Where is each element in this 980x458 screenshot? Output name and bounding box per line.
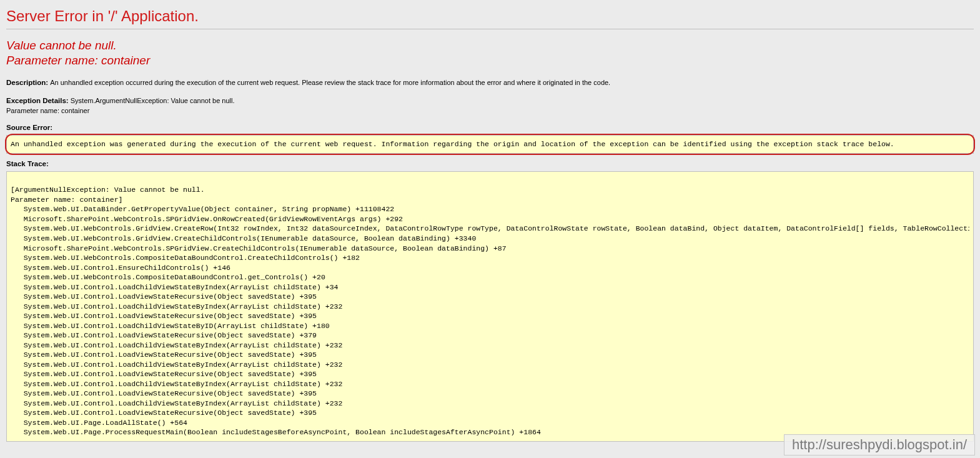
title-separator (6, 29, 974, 29)
source-error-wrap: An unhandled exception was generated dur… (6, 135, 974, 154)
exception-details-label: Exception Details: (6, 97, 69, 104)
description-block: Description: An unhandled exception occu… (6, 78, 974, 88)
description-label: Description: (6, 79, 48, 86)
exception-details-block: Exception Details: System.ArgumentNullEx… (6, 96, 974, 115)
source-error-label: Source Error: (6, 124, 974, 131)
source-error-box: An unhandled exception was generated dur… (6, 135, 974, 154)
stack-trace-box: [ArgumentNullException: Value cannot be … (6, 171, 974, 442)
source-error-text: An unhandled exception was generated dur… (11, 140, 894, 148)
stack-trace-label: Stack Trace: (6, 160, 974, 167)
error-page-title: Server Error in '/' Application. (6, 7, 974, 25)
description-text: An unhandled exception occurred during t… (50, 79, 610, 86)
error-subtitle: Value cannot be null. Parameter name: co… (6, 38, 974, 68)
stack-trace-text: [ArgumentNullException: Value cannot be … (11, 176, 969, 437)
